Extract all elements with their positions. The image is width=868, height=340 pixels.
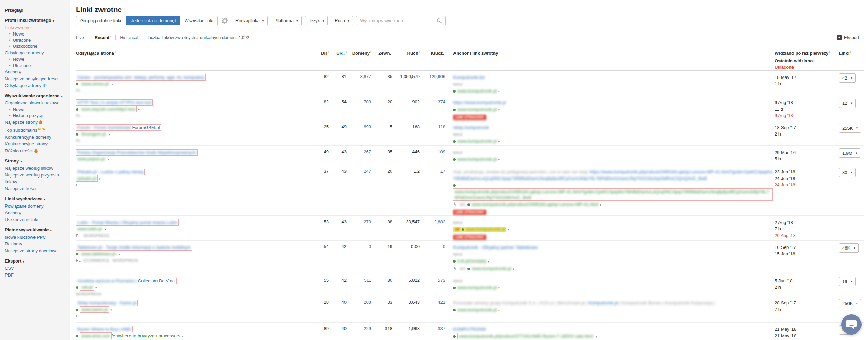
chevron-down-icon[interactable]: ▾ [498,90,500,93]
domains-link[interactable]: 270 [347,219,371,224]
domains-link[interactable]: 3,877 [347,74,371,79]
referring-page-url[interactable]: forumgsm.pl▾ [76,131,318,138]
anchor-line-blue[interactable]: KOMPUTRONIK [453,326,773,332]
links-count-select[interactable]: 19▾ [839,277,856,286]
links-count-select[interactable]: 250K▾ [839,299,861,308]
sidebar-item-najlepsze-według-linków[interactable]: Najlepsze według linków [5,165,67,172]
sidebar-item-utracone[interactable]: •Utracone [5,62,67,69]
sidebar-item-odsyłające-domeny[interactable]: Odsyłające domeny [5,49,67,56]
column-links[interactable]: Linkii [837,49,864,56]
anchor-line-blue[interactable]: https://www.komputronik.pl [453,99,773,106]
keywords-link[interactable]: 2,682 [420,219,445,224]
gear-icon[interactable] [222,18,228,24]
sidebar-item-utracone[interactable]: •Utracone [5,37,67,43]
links-count-select[interactable]: 46K▾ [839,243,859,253]
chevron-down-icon[interactable]: ▾ [498,309,500,312]
referring-page-title[interactable]: Sklep komputerowy - Karen.pl [76,300,318,306]
chevron-down-icon[interactable]: ▾ [508,228,510,231]
keywords-link[interactable]: 17 [420,169,445,174]
referring-page-title[interactable]: Forum - Forum komórkowe ForumGSM.pl [76,124,318,131]
sidebar-item-najlepsze-odsyłające-treści[interactable]: Najlepsze odsyłające treści [5,75,67,82]
referring-page-url[interactable]: www.lubin.pl▾ [76,226,318,233]
sidebar-item-pdf[interactable]: PDF [5,272,67,279]
links-count-select[interactable]: 1.9M▾ [839,148,860,158]
keywords-link[interactable]: 337 [420,326,445,331]
chevron-down-icon[interactable]: ▾ [498,108,500,112]
chevron-down-icon[interactable]: ▾ [600,203,601,207]
chevron-down-icon[interactable]: ▾ [109,133,110,136]
anchor-line-green[interactable]: www.komputronik.pl▾ [453,138,773,145]
column-referring-page[interactable]: Odsyłająca stronai [76,49,318,56]
anchor-line-green[interactable]: www.komputronik.pl▾ [453,88,773,95]
sidebar-item-nowe[interactable]: •Nowe [5,56,67,62]
sidebar-item-top-subdomains[interactable]: Top subdomainsNEW [5,126,67,134]
sidebar-item-uszkodzone-linki[interactable]: Uszkodzone linki [5,216,67,223]
referring-page-url[interactable]: www.amd.com/en/where-to-buy/ryzen-proces… [76,332,318,340]
anchor-line-green[interactable]: www.komputronik.pl/product/249916/Laptop… [453,182,773,201]
column-domeny[interactable]: Domenyi [347,49,371,56]
chevron-down-icon[interactable]: ▾ [498,140,500,143]
column-klucz[interactable]: Klucz.i [420,49,445,56]
filter-dropdown-język[interactable]: Język▾ [305,16,328,25]
chevron-down-icon[interactable]: ▾ [513,267,514,271]
chevron-down-icon[interactable]: ▾ [118,253,120,256]
referring-page-url[interactable]: www.ceneo.pl▾ [76,81,318,88]
domains-link[interactable]: 247 [347,169,371,174]
view-button-jeden-link-na-domenę[interactable]: Jeden link na domenęi [126,16,180,25]
referring-page-url[interactable]: tools.keycdn.com/http2-test▾ [76,106,318,113]
sidebar-item-anchory[interactable]: Anchory [5,69,67,75]
search-icon[interactable] [433,16,445,25]
chevron-down-icon[interactable]: ▾ [99,177,101,181]
referring-page-title[interactable]: HTTP Test | A simple HTTP/2 test tool [76,99,318,106]
sidebar-item-konkurencyjne-domeny[interactable]: Konkurencyjne domeny [5,134,67,141]
referring-page-url[interactable]: www.popon.pl▾ [76,156,318,163]
anchor-line-redirect[interactable]: ↳301www.komputronik.pl▾ [453,265,773,272]
referring-page-title[interactable]: Ceneo - porównywarka cen: sklepy, perfum… [76,74,318,81]
column-zewn[interactable]: Zewn.i [371,49,392,56]
keywords-link[interactable]: 0 [420,244,445,249]
column-dr[interactable]: DRi [318,49,329,56]
search-input[interactable] [356,18,433,23]
column-ur[interactable]: UR↓i [329,49,347,56]
domains-link[interactable]: 267 [347,149,371,154]
links-count-select[interactable]: 80▾ [839,168,856,177]
referring-page-title[interactable]: Pekatio.pl - Ludzie z pełną robotą [76,169,318,175]
sidebar-item-eksport[interactable]: Eksport▾ [5,258,67,265]
sidebar-item-słowa-kluczowe-ppc[interactable]: słowa kluczowe PPC [5,234,67,241]
domains-link[interactable]: 0 [347,244,371,249]
sidebar-item-konkurencyjne-strony[interactable]: Konkurencyjne strony [5,141,67,147]
anchor-line-redirect[interactable]: ↳301www.komputronik.pl/product/249916/La… [453,201,773,208]
column-ruch[interactable]: Ruchi [392,49,420,56]
domains-link[interactable]: 229 [347,326,371,331]
sidebar-item-linki-wychodzące[interactable]: Linki wychodzące▾ [5,196,67,203]
referring-page-url[interactable]: pekatio.pl▾ [76,175,318,182]
chevron-down-icon[interactable]: ▾ [110,308,112,312]
anchor-line-blue[interactable]: Komputronik - Oficjalny partner Tabletko… [453,244,773,251]
mode-tab-recent[interactable]: Recenti [95,34,111,40]
sidebar-item-reklamy[interactable]: Reklamy [5,241,67,247]
referring-page-title[interactable]: Lubin - Portal Miasta | Oficjalny portal… [76,219,318,226]
mode-tab-historical[interactable]: Historicali [120,34,139,40]
chevron-down-icon[interactable]: ▾ [498,286,500,290]
anchor-line-blue[interactable]: sklep komputronik [453,124,773,131]
chevron-down-icon[interactable]: ▾ [95,286,97,289]
referring-page-url[interactable]: www.tabletowo.pl▾ [76,251,318,258]
mode-tab-live[interactable]: Livei [76,34,85,40]
anchor-line-green[interactable]: www.komputronik.pl▾ [453,106,773,113]
anchor-line-greenhl[interactable]: UPwww.komputronik.pl▾ [453,226,773,233]
chevron-down-icon[interactable]: ▾ [138,108,140,111]
domains-link[interactable]: 203 [347,300,371,305]
column-seen[interactable]: Widziano po raz pierwszyi Ostatnio widzi… [773,49,837,70]
anchor-line-green[interactable]: www.komputronik.pl▾ [453,307,773,314]
anchor-line-blue[interactable]: Komputronik.biz [453,74,773,81]
sidebar-item-nowe[interactable]: •Nowe [5,31,67,37]
sidebar-item-płatne-wyszukiwanie[interactable]: Płatne wyszukiwanie▾ [5,227,67,234]
chevron-down-icon[interactable]: ▾ [108,158,109,161]
referring-page-url[interactable]: cdv.pl▾ [76,284,318,291]
sidebar-item-powiązane-domeny[interactable]: Powiązane domeny [5,203,67,210]
anchor-line-green[interactable]: www.komputronik.pl/product/377191/AMD-Ry… [453,333,773,340]
sidebar-item-najlepsze-strony-docelowe[interactable]: Najlepsze strony docelowe [5,247,67,254]
links-count-select[interactable]: 42▾ [839,73,856,83]
column-anchor[interactable]: Anchor i link zwrotnyi [445,49,773,56]
referring-page-title[interactable]: Ryzen Where to Buy | AMD [76,326,318,332]
